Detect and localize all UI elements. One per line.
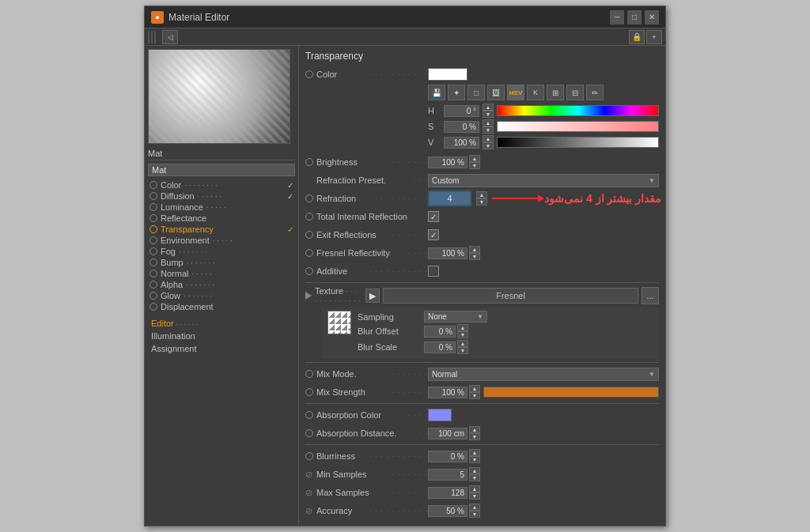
mat-fog[interactable]: Fog · · · · · · · bbox=[148, 246, 295, 257]
material-preview[interactable] bbox=[148, 49, 290, 144]
h-input[interactable]: 0 ° bbox=[444, 105, 479, 117]
sampling-dropdown[interactable]: None ▼ bbox=[424, 311, 487, 323]
refraction-down[interactable]: ▼ bbox=[476, 198, 487, 206]
nav-assignment[interactable]: Assignment bbox=[148, 342, 295, 355]
exit-reflections-checkbox[interactable]: ✓ bbox=[428, 229, 439, 240]
v-input[interactable]: 100 % bbox=[444, 137, 479, 149]
texture-triangle[interactable] bbox=[305, 292, 312, 300]
h-up[interactable]: ▲ bbox=[483, 104, 494, 111]
hue-gradient-bar[interactable] bbox=[497, 105, 659, 116]
absorption-distance-down[interactable]: ▼ bbox=[469, 433, 480, 440]
mat-name-input[interactable] bbox=[148, 164, 295, 176]
accuracy-up[interactable]: ▲ bbox=[469, 504, 480, 511]
min-samples-input[interactable]: 5 bbox=[428, 469, 467, 481]
absorption-distance-input[interactable]: 100 cm bbox=[428, 428, 467, 440]
min-samples-down[interactable]: ▼ bbox=[469, 474, 480, 481]
maximize-button[interactable]: □ bbox=[627, 10, 642, 25]
icon-grid[interactable]: ⊞ bbox=[547, 85, 564, 100]
h-down[interactable]: ▼ bbox=[483, 111, 494, 118]
mix-strength-up[interactable]: ▲ bbox=[469, 385, 480, 392]
brightness-down[interactable]: ▼ bbox=[469, 162, 480, 169]
icon-eyedropper[interactable]: ✏ bbox=[586, 85, 604, 100]
blur-scale-up[interactable]: ▲ bbox=[457, 340, 468, 347]
mat-alpha[interactable]: Alpha · · · · · · · bbox=[148, 279, 295, 290]
mix-mode-dropdown[interactable]: Normal ▼ bbox=[428, 368, 659, 381]
mat-environment[interactable]: Environment · · · · · bbox=[148, 235, 295, 246]
v-up[interactable]: ▲ bbox=[483, 135, 494, 142]
icon-image[interactable]: □ bbox=[467, 85, 485, 100]
blur-scale-input[interactable]: 0 % bbox=[424, 341, 456, 353]
brightness-up[interactable]: ▲ bbox=[469, 155, 480, 162]
toolbar-btn-1[interactable]: ◁ bbox=[162, 30, 178, 44]
main-content: Mat Color · · · · · · · · ✓ Diffusion · … bbox=[145, 46, 665, 526]
nav-section: Editor · · · · · · Illumination Assignme… bbox=[148, 317, 295, 355]
minimize-button[interactable]: ─ bbox=[610, 10, 624, 25]
refraction-highlight: ▲ ▼ نمی‌دانم چرا این مقدار بیشتر از 4 نم… bbox=[428, 191, 665, 206]
color-swatch[interactable] bbox=[428, 68, 467, 81]
blur-offset-down[interactable]: ▼ bbox=[457, 331, 468, 338]
v-spinner: ▲ ▼ bbox=[483, 135, 494, 149]
blur-offset-up[interactable]: ▲ bbox=[457, 324, 468, 331]
value-gradient-bar[interactable] bbox=[497, 137, 659, 148]
nav-illumination[interactable]: Illumination bbox=[148, 330, 295, 342]
saturation-gradient-bar[interactable] bbox=[497, 121, 659, 132]
blurriness-input[interactable]: 0 % bbox=[428, 451, 467, 462]
refraction-preset-dropdown[interactable]: Custom ▼ bbox=[428, 174, 659, 187]
mat-diffusion[interactable]: Diffusion · · · · · · ✓ bbox=[148, 191, 295, 202]
total-internal-checkbox[interactable]: ✓ bbox=[428, 211, 439, 222]
mat-color[interactable]: Color · · · · · · · · ✓ bbox=[148, 179, 295, 191]
icon-star[interactable]: ✦ bbox=[448, 85, 465, 100]
mat-glow[interactable]: Glow · · · · · · · bbox=[148, 290, 295, 301]
brightness-field[interactable]: 100 % bbox=[428, 157, 467, 168]
mix-strength-input[interactable]: 100 % bbox=[428, 387, 467, 398]
texture-play-btn[interactable]: ▶ bbox=[365, 289, 380, 303]
s-up[interactable]: ▲ bbox=[483, 119, 494, 126]
max-samples-down[interactable]: ▼ bbox=[469, 492, 480, 500]
blur-offset-input[interactable]: 0 % bbox=[424, 326, 456, 338]
mat-displacement[interactable]: Displacement bbox=[148, 301, 295, 312]
refraction-input[interactable] bbox=[428, 191, 471, 206]
mix-mode-value: Normal ▼ bbox=[428, 368, 659, 381]
blurriness-up[interactable]: ▲ bbox=[469, 449, 480, 456]
fresnel-field[interactable]: 100 % bbox=[428, 247, 467, 259]
icon-grid2[interactable]: ⊟ bbox=[566, 85, 584, 100]
fresnel-text: Fresnel Reflectivity bbox=[316, 248, 399, 258]
absorption-color-swatch[interactable] bbox=[428, 409, 452, 421]
mat-bump[interactable]: Bump · · · · · · · bbox=[148, 257, 295, 268]
fresnel-texture-btn[interactable]: Fresnel bbox=[383, 288, 638, 304]
refraction-up[interactable]: ▲ bbox=[476, 191, 487, 198]
more-options-btn[interactable]: ... bbox=[642, 287, 659, 304]
v-label: V bbox=[428, 138, 441, 147]
mat-normal[interactable]: Normal · · · · · bbox=[148, 268, 295, 279]
max-samples-input[interactable]: 128 bbox=[428, 487, 467, 499]
icon-k[interactable]: K bbox=[527, 85, 544, 100]
blur-scale-down[interactable]: ▼ bbox=[457, 347, 468, 354]
absorption-distance-up[interactable]: ▲ bbox=[469, 426, 480, 433]
s-spinner: ▲ ▼ bbox=[483, 119, 494, 134]
icon-save[interactable]: 💾 bbox=[428, 85, 445, 100]
texture-preview[interactable] bbox=[327, 311, 351, 334]
additive-checkbox[interactable]: □ bbox=[428, 266, 439, 277]
mix-strength-down[interactable]: ▼ bbox=[469, 392, 480, 399]
accuracy-down[interactable]: ▼ bbox=[469, 511, 480, 518]
toolbar-expand-btn[interactable]: + bbox=[646, 30, 662, 44]
absorption-distance-row: Absorption Distance. · · 100 cm ▲ ▼ bbox=[305, 425, 659, 441]
s-input[interactable]: 0 % bbox=[444, 121, 479, 133]
refraction-preset-arrow: ▼ bbox=[649, 177, 655, 184]
icon-photo[interactable]: 🖼 bbox=[487, 85, 505, 100]
fresnel-up[interactable]: ▲ bbox=[469, 246, 480, 253]
blurriness-down[interactable]: ▼ bbox=[469, 456, 480, 463]
close-button[interactable]: ✕ bbox=[645, 10, 659, 25]
v-down[interactable]: ▼ bbox=[483, 142, 494, 149]
s-down[interactable]: ▼ bbox=[483, 126, 494, 134]
mat-luminance[interactable]: Luminance · · · · · bbox=[148, 202, 295, 213]
radio-additive bbox=[305, 267, 313, 275]
min-samples-up[interactable]: ▲ bbox=[469, 467, 480, 474]
mat-transparency[interactable]: Transparency ✓ bbox=[148, 224, 295, 235]
mat-reflectance[interactable]: Reflectance bbox=[148, 213, 295, 224]
icon-hsv[interactable]: HSV bbox=[507, 85, 524, 100]
accuracy-input[interactable]: 50 % bbox=[428, 505, 467, 517]
fresnel-down[interactable]: ▼ bbox=[469, 253, 480, 260]
max-samples-up[interactable]: ▲ bbox=[469, 485, 480, 492]
nav-editor[interactable]: Editor · · · · · · bbox=[148, 317, 295, 330]
